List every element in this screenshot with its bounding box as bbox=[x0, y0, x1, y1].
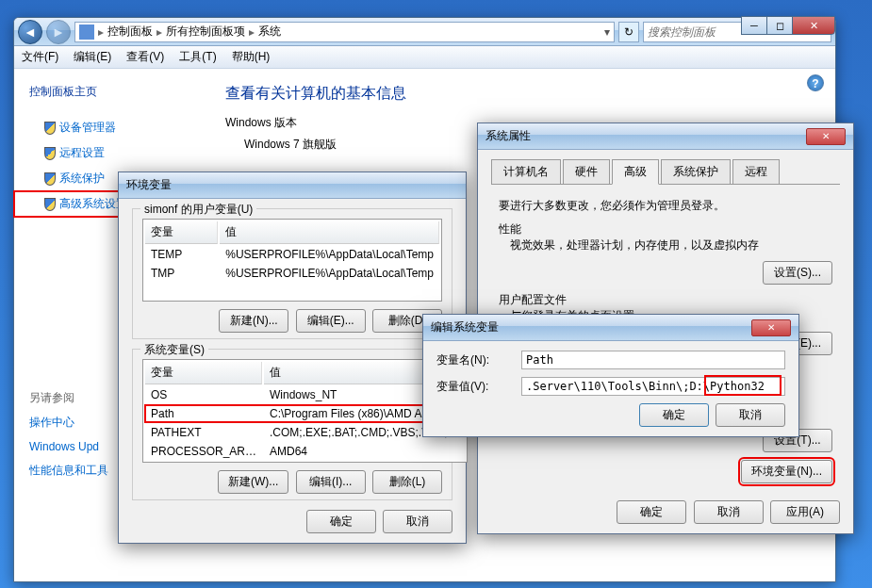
tab-advanced[interactable]: 高级 bbox=[612, 159, 659, 185]
profiles-title: 用户配置文件 bbox=[499, 292, 832, 308]
user-edit-button[interactable]: 编辑(E)... bbox=[296, 309, 366, 333]
sysprops-apply-button[interactable]: 应用(A) bbox=[770, 500, 840, 524]
sidebar-title[interactable]: 控制面板主页 bbox=[14, 80, 203, 104]
user-vars-group: simonf 的用户变量(U) 变量值 TEMP%USERPROFILE%\Ap… bbox=[132, 208, 452, 339]
table-row[interactable]: PATHEXT.COM;.EXE;.BAT;.CMD;.VBS;.VBE;… bbox=[145, 424, 465, 441]
sysprops-ok-button[interactable]: 确定 bbox=[617, 500, 686, 524]
table-row[interactable]: TEMP%USERPROFILE%\AppData\Local\Temp bbox=[145, 246, 439, 263]
address-bar[interactable]: ▸ 控制面板 ▸ 所有控制面板项 ▸ 系统 ▾ bbox=[74, 22, 615, 42]
sidebar-item-remote[interactable]: 远程设置 bbox=[14, 140, 203, 166]
menu-file[interactable]: 文件(F) bbox=[22, 49, 58, 65]
col-var[interactable]: 变量 bbox=[145, 221, 218, 244]
table-row[interactable]: TMP%USERPROFILE%\AppData\Local\Temp bbox=[145, 265, 439, 282]
sys-delete-button[interactable]: 删除(L) bbox=[372, 470, 442, 494]
forward-button[interactable]: ► bbox=[46, 20, 71, 44]
close-button[interactable]: ✕ bbox=[751, 319, 791, 336]
sys-vars-group: 系统变量(S) 变量值 OSWindows_NT PathC:\Program … bbox=[132, 349, 452, 500]
shield-icon bbox=[44, 198, 56, 211]
edit-variable-dialog: 编辑系统变量 ✕ 变量名(N): 变量值(V): 确定 取消 bbox=[422, 314, 799, 437]
editvar-ok-button[interactable]: 确定 bbox=[639, 403, 709, 427]
shield-icon bbox=[44, 172, 56, 186]
menu-view[interactable]: 查看(V) bbox=[126, 49, 164, 65]
dialog-titlebar: 编辑系统变量 ✕ bbox=[423, 315, 798, 341]
dialog-title: 环境变量 bbox=[126, 177, 172, 193]
sys-vars-table[interactable]: 变量值 OSWindows_NT PathC:\Program Files (x… bbox=[142, 359, 468, 463]
refresh-button[interactable]: ↻ bbox=[618, 22, 639, 42]
env-ok-button[interactable]: 确定 bbox=[306, 510, 376, 533]
user-new-button[interactable]: 新建(N)... bbox=[219, 309, 288, 333]
maximize-button[interactable]: ◻ bbox=[766, 16, 793, 35]
perf-desc: 视觉效果，处理器计划，内存使用，以及虚拟内存 bbox=[499, 237, 832, 253]
user-vars-table[interactable]: 变量值 TEMP%USERPROFILE%\AppData\Local\Temp… bbox=[142, 219, 442, 302]
menu-tools[interactable]: 工具(T) bbox=[179, 49, 216, 65]
tab-computer-name[interactable]: 计算机名 bbox=[491, 159, 561, 184]
dialog-title: 编辑系统变量 bbox=[431, 319, 499, 335]
tab-hardware[interactable]: 硬件 bbox=[563, 159, 610, 184]
back-button[interactable]: ◄ bbox=[18, 20, 42, 44]
help-icon[interactable]: ? bbox=[807, 74, 824, 91]
menu-help[interactable]: 帮助(H) bbox=[232, 49, 271, 65]
col-var[interactable]: 变量 bbox=[145, 362, 262, 384]
table-row[interactable]: OSWindows_NT bbox=[145, 386, 465, 403]
editvar-cancel-button[interactable]: 取消 bbox=[716, 403, 785, 427]
breadcrumb-seg[interactable]: 控制面板 bbox=[104, 24, 156, 40]
tab-remote[interactable]: 远程 bbox=[732, 159, 780, 184]
tab-protection[interactable]: 系统保护 bbox=[661, 159, 731, 184]
close-button[interactable]: ✕ bbox=[806, 128, 846, 145]
env-vars-button[interactable]: 环境变量(N)... bbox=[741, 460, 832, 483]
env-cancel-button[interactable]: 取消 bbox=[383, 510, 452, 533]
var-name-input[interactable] bbox=[521, 351, 785, 369]
shield-icon bbox=[44, 147, 56, 160]
close-button[interactable]: ✕ bbox=[792, 16, 835, 35]
menu-edit[interactable]: 编辑(E) bbox=[74, 49, 111, 65]
breadcrumb-seg[interactable]: 系统 bbox=[255, 24, 285, 40]
var-value-label: 变量值(V): bbox=[436, 379, 512, 395]
tab-strip: 计算机名 硬件 高级 系统保护 远程 bbox=[491, 159, 840, 185]
table-row[interactable]: PROCESSOR_AR…AMD64 bbox=[145, 443, 465, 460]
perf-title: 性能 bbox=[499, 221, 832, 237]
shield-icon bbox=[44, 122, 56, 135]
sidebar-item-device-manager[interactable]: 设备管理器 bbox=[14, 115, 203, 140]
menubar: 文件(F) 编辑(E) 查看(V) 工具(T) 帮助(H) bbox=[14, 46, 835, 69]
perf-settings-button[interactable]: 设置(S)... bbox=[763, 261, 832, 285]
dialog-title: 系统属性 bbox=[485, 128, 531, 144]
sys-new-button[interactable]: 新建(W)... bbox=[218, 470, 288, 494]
page-heading: 查看有关计算机的基本信息 bbox=[225, 84, 813, 104]
sys-edit-button[interactable]: 编辑(I)... bbox=[296, 470, 366, 494]
sysprops-cancel-button[interactable]: 取消 bbox=[694, 500, 764, 524]
titlebar: ◄ ► ▸ 控制面板 ▸ 所有控制面板项 ▸ 系统 ▾ ↻ bbox=[14, 18, 835, 46]
admin-note: 要进行大多数更改，您必须作为管理员登录。 bbox=[499, 198, 832, 214]
dialog-titlebar: 环境变量 bbox=[119, 172, 466, 199]
dialog-titlebar: 系统属性 ✕ bbox=[478, 123, 853, 150]
col-val[interactable]: 值 bbox=[220, 221, 439, 244]
sys-vars-title: 系统变量(S) bbox=[140, 342, 208, 358]
var-name-label: 变量名(N): bbox=[436, 352, 512, 368]
folder-icon bbox=[79, 24, 94, 40]
env-vars-dialog: 环境变量 simonf 的用户变量(U) 变量值 TEMP%USERPROFIL… bbox=[118, 172, 467, 544]
user-vars-title: simonf 的用户变量(U) bbox=[140, 202, 256, 218]
table-row-path[interactable]: PathC:\Program Files (x86)\AMD APP\… bbox=[145, 405, 465, 422]
var-value-input[interactable] bbox=[521, 377, 785, 396]
breadcrumb-seg[interactable]: 所有控制面板项 bbox=[162, 24, 249, 40]
minimize-button[interactable]: ─ bbox=[741, 16, 767, 35]
window-controls: ─ ◻ ✕ bbox=[742, 16, 835, 35]
